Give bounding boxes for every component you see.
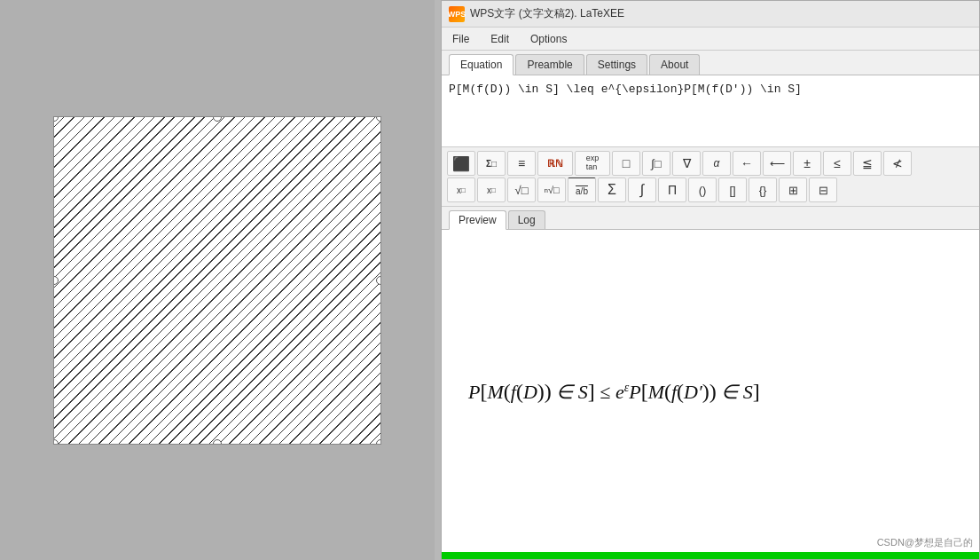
window-title: WPS文字 (文字文稿2). LaTeXEE xyxy=(470,6,624,21)
tool-undo[interactable]: ⬛ xyxy=(447,151,475,176)
menu-edit[interactable]: Edit xyxy=(487,31,513,47)
main-tab-bar: Equation Preamble Settings About xyxy=(442,51,979,75)
menu-options[interactable]: Options xyxy=(527,31,570,47)
tool-parens[interactable]: () xyxy=(688,177,717,202)
tool-alpha[interactable]: α xyxy=(702,151,731,176)
app-icon: WPS xyxy=(449,6,465,22)
title-bar: WPS WPS文字 (文字文稿2). LaTeXEE xyxy=(442,1,979,28)
toolbar: ⬛ Σ□ ≡ ℝℕ exptan □ ∫□ ∇ α ← ⟵ ± ≤ ≦ ≮ x□… xyxy=(442,147,979,207)
tab-preview[interactable]: Preview xyxy=(449,210,506,230)
tool-integral[interactable]: ∫ xyxy=(628,177,656,202)
tool-exptan[interactable]: exptan xyxy=(575,151,610,176)
tool-long-left-arrow[interactable]: ⟵ xyxy=(763,151,791,176)
tool-prod[interactable]: Π xyxy=(658,177,686,202)
equation-editor: P[M(f(D)) \in S] \leq e^{\epsilon}P[M(f(… xyxy=(442,75,979,147)
tool-fraction[interactable]: a/b xyxy=(568,177,596,202)
handle-bot-right[interactable] xyxy=(376,439,381,445)
formula-start: P[M(f(D)) ∈ S] ≤ eεP[M(f(D′)) ∈ S] xyxy=(468,381,760,403)
toolbar-row-1: ⬛ Σ□ ≡ ℝℕ exptan □ ∫□ ∇ α ← ⟵ ± ≤ ≦ ≮ xyxy=(447,151,974,176)
tool-nabla[interactable]: ∇ xyxy=(672,151,701,176)
tool-sum[interactable]: Σ xyxy=(598,177,626,202)
tool-4throot[interactable]: n√□ xyxy=(537,177,566,202)
tab-settings[interactable]: Settings xyxy=(586,54,647,75)
tool-brackets[interactable]: [] xyxy=(718,177,747,202)
tool-subscript[interactable]: x□ xyxy=(477,177,506,202)
tool-braces[interactable]: {} xyxy=(749,177,777,202)
tool-leq[interactable]: ≤ xyxy=(823,151,851,176)
handle-mid-right[interactable] xyxy=(376,276,381,285)
menu-file[interactable]: File xyxy=(449,31,473,47)
tool-grid2[interactable]: ⊟ xyxy=(809,177,837,202)
tool-sets[interactable]: ℝℕ xyxy=(537,151,573,176)
handle-bot-mid[interactable] xyxy=(213,439,222,445)
preview-content: P[M(f(D)) ∈ S] ≤ eεP[M(f(D′)) ∈ S] xyxy=(442,230,979,552)
handle-top-right[interactable] xyxy=(376,116,381,122)
app-icon-label: WPS xyxy=(448,10,466,19)
status-bar xyxy=(442,552,979,559)
tool-plusminus[interactable]: ± xyxy=(793,151,821,176)
tool-superscript[interactable]: x□ xyxy=(447,177,475,202)
wps-page xyxy=(53,116,381,445)
menu-bar: File Edit Options xyxy=(442,28,979,51)
panel-divider xyxy=(435,0,441,560)
tool-sqrt[interactable]: √□ xyxy=(507,177,536,202)
wps-selection xyxy=(53,116,381,445)
tab-log[interactable]: Log xyxy=(508,210,545,229)
tab-equation[interactable]: Equation xyxy=(449,54,514,75)
latex-panel: WPS WPS文字 (文字文稿2). LaTeXEE File Edit Opt… xyxy=(441,0,980,560)
preview-tab-bar: Preview Log xyxy=(442,207,979,230)
tab-about[interactable]: About xyxy=(649,54,700,75)
tool-nless[interactable]: ≮ xyxy=(883,151,912,176)
tool-grid[interactable]: ⊞ xyxy=(779,177,807,202)
tool-square[interactable]: □ xyxy=(612,151,640,176)
watermark: CSDN@梦想是自己的 xyxy=(877,536,973,549)
tool-integral-top[interactable]: ∫□ xyxy=(642,151,670,176)
tool-left-arrow[interactable]: ← xyxy=(733,151,761,176)
rendered-formula: P[M(f(D)) ∈ S] ≤ eεP[M(f(D′)) ∈ S] xyxy=(468,375,760,407)
wps-canvas xyxy=(0,0,435,560)
preview-section: Preview Log P[M(f(D)) ∈ S] ≤ eεP[M(f(D′)… xyxy=(442,207,979,552)
tab-preamble[interactable]: Preamble xyxy=(515,54,584,75)
tool-sum-box[interactable]: Σ□ xyxy=(477,151,506,176)
tool-equiv[interactable]: ≡ xyxy=(507,151,536,176)
equation-input[interactable]: P[M(f(D)) \in S] \leq e^{\epsilon}P[M(f(… xyxy=(449,83,972,136)
tool-leqq[interactable]: ≦ xyxy=(853,151,882,176)
toolbar-row-2: x□ x□ √□ n√□ a/b Σ ∫ Π () [] {} ⊞ ⊟ xyxy=(447,177,974,202)
